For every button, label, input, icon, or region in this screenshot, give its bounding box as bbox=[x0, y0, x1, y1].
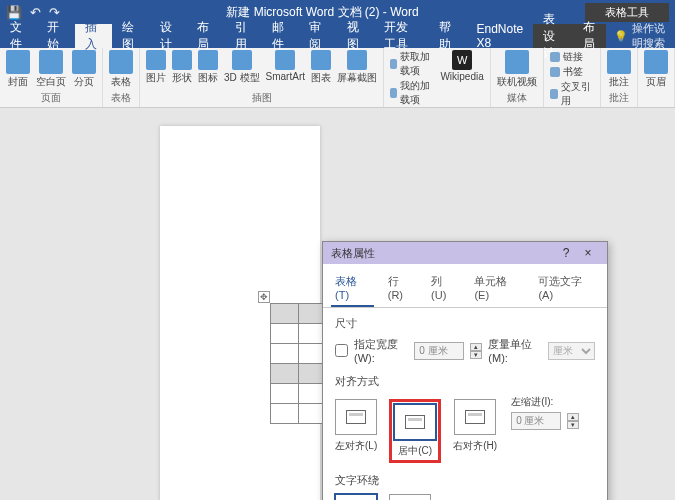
tab-help[interactable]: 帮助 bbox=[429, 24, 466, 48]
contextual-tab-group: 表格工具 bbox=[585, 3, 669, 22]
table-properties-dialog: 表格属性 ? × 表格(T) 行(R) 列(U) 单元格(E) 可选文字(A) … bbox=[322, 241, 608, 500]
pictures-button[interactable]: 图片 bbox=[146, 50, 166, 85]
bulb-icon: 💡 bbox=[614, 30, 628, 43]
redo-icon[interactable]: ↷ bbox=[49, 5, 60, 20]
unit-select: 厘米 bbox=[548, 342, 595, 360]
tab-file[interactable]: 文件 bbox=[0, 24, 37, 48]
highlight-annotation: 居中(C) bbox=[389, 399, 441, 463]
page-break-button[interactable]: 分页 bbox=[72, 50, 96, 89]
group-comments: 批注 批注 bbox=[601, 48, 638, 107]
width-spinner[interactable]: ▴▾ bbox=[470, 343, 482, 359]
wikipedia-button[interactable]: WWikipedia bbox=[440, 50, 483, 82]
align-left-option[interactable]: 左对齐(L) bbox=[335, 399, 377, 463]
table-icon bbox=[109, 50, 133, 74]
align-center-option[interactable]: 居中(C) bbox=[394, 404, 436, 458]
group-pages: 封面 空白页 分页 页面 bbox=[0, 48, 103, 107]
dlg-tab-column[interactable]: 列(U) bbox=[427, 270, 460, 307]
dialog-title-bar[interactable]: 表格属性 ? × bbox=[323, 242, 607, 264]
size-section: 尺寸 指定宽度(W): ▴▾ 度量单位(M): 厘米 bbox=[335, 316, 595, 364]
ribbon-tabs: 文件 开始 插入 绘图 设计 布局 引用 邮件 审阅 视图 开发工具 帮助 En… bbox=[0, 24, 675, 48]
group-header: 页眉 bbox=[638, 48, 675, 107]
group-addins: 获取加载项 我的加载项 WWikipedia 加载项 bbox=[384, 48, 491, 107]
comment-icon bbox=[607, 50, 631, 74]
text-wrap-section: 文字环绕 无(N) 环绕(A) 定位(P)... bbox=[335, 473, 595, 500]
dlg-tab-alt[interactable]: 可选文字(A) bbox=[534, 270, 599, 307]
indent-spinner[interactable]: ▴▾ bbox=[567, 413, 579, 429]
alignment-section: 对齐方式 左对齐(L) 居中(C) 右对齐(H) 左缩进(I): ▴▾ bbox=[335, 374, 595, 463]
tab-review[interactable]: 审阅 bbox=[299, 24, 336, 48]
my-addins-button[interactable]: 我的加载项 bbox=[390, 79, 434, 107]
tab-mailings[interactable]: 邮件 bbox=[262, 24, 299, 48]
wikipedia-icon: W bbox=[452, 50, 472, 70]
width-input bbox=[414, 342, 464, 360]
dialog-tabs: 表格(T) 行(R) 列(U) 单元格(E) 可选文字(A) bbox=[323, 264, 607, 308]
link-button[interactable]: 链接 bbox=[550, 50, 594, 64]
icons-button[interactable]: 图标 bbox=[198, 50, 218, 85]
blank-page-button[interactable]: 空白页 bbox=[36, 50, 66, 89]
tab-table-design[interactable]: 表设计 bbox=[533, 24, 573, 48]
tab-draw[interactable]: 绘图 bbox=[112, 24, 149, 48]
comment-button[interactable]: 批注 bbox=[607, 50, 631, 89]
document-table[interactable]: ✥ bbox=[270, 303, 327, 424]
smartart-button[interactable]: SmartArt bbox=[266, 50, 305, 82]
screenshot-icon bbox=[347, 50, 367, 70]
smartart-icon bbox=[275, 50, 295, 70]
tab-home[interactable]: 开始 bbox=[37, 24, 74, 48]
tab-references[interactable]: 引用 bbox=[225, 24, 262, 48]
tab-view[interactable]: 视图 bbox=[337, 24, 374, 48]
video-icon bbox=[505, 50, 529, 74]
dlg-tab-table[interactable]: 表格(T) bbox=[331, 270, 374, 307]
get-addins-button[interactable]: 获取加载项 bbox=[390, 50, 434, 78]
tab-insert[interactable]: 插入 bbox=[75, 24, 112, 48]
header-button[interactable]: 页眉 bbox=[644, 50, 668, 89]
blank-page-icon bbox=[39, 50, 63, 74]
tell-me-search[interactable]: 💡 操作说明搜索 bbox=[614, 21, 675, 51]
group-illustrations: 图片 形状 图标 3D 模型 SmartArt 图表 屏幕截图 插图 bbox=[140, 48, 384, 107]
3d-icon bbox=[232, 50, 252, 70]
tab-layout[interactable]: 布局 bbox=[187, 24, 224, 48]
document-area: ✥ 表格属性 ? × 表格(T) 行(R) 列(U) 单元格(E) 可选文字(A… bbox=[0, 108, 675, 500]
shapes-icon bbox=[172, 50, 192, 70]
dlg-tab-row[interactable]: 行(R) bbox=[384, 270, 417, 307]
chart-icon bbox=[311, 50, 331, 70]
save-icon[interactable]: 💾 bbox=[6, 5, 22, 20]
wrap-around-option[interactable]: 环绕(A) bbox=[389, 494, 431, 500]
shapes-button[interactable]: 形状 bbox=[172, 50, 192, 85]
cross-ref-button[interactable]: 交叉引用 bbox=[550, 80, 594, 108]
screenshot-button[interactable]: 屏幕截图 bbox=[337, 50, 377, 85]
icons-icon bbox=[198, 50, 218, 70]
tab-endnote[interactable]: EndNote X8 bbox=[466, 24, 533, 48]
align-right-option[interactable]: 右对齐(H) bbox=[453, 399, 497, 463]
online-video-button[interactable]: 联机视频 bbox=[497, 50, 537, 89]
tab-table-layout[interactable]: 布局 bbox=[573, 24, 606, 48]
window-title: 新建 Microsoft Word 文档 (2) - Word bbox=[60, 4, 585, 21]
tab-developer[interactable]: 开发工具 bbox=[374, 24, 429, 48]
3d-models-button[interactable]: 3D 模型 bbox=[224, 50, 260, 85]
chart-button[interactable]: 图表 bbox=[311, 50, 331, 85]
table-move-handle[interactable]: ✥ bbox=[258, 291, 270, 303]
bookmark-button[interactable]: 书签 bbox=[550, 65, 594, 79]
dlg-tab-cell[interactable]: 单元格(E) bbox=[470, 270, 524, 307]
ribbon: 封面 空白页 分页 页面 表格 表格 图片 形状 图标 3D 模型 SmartA… bbox=[0, 48, 675, 108]
group-tables: 表格 表格 bbox=[103, 48, 140, 107]
indent-input[interactable] bbox=[511, 412, 561, 430]
close-button[interactable]: × bbox=[577, 246, 599, 260]
group-media: 联机视频 媒体 bbox=[491, 48, 544, 107]
page-break-icon bbox=[72, 50, 96, 74]
preferred-width-checkbox[interactable] bbox=[335, 344, 348, 357]
quick-access-toolbar: 💾 ↶ ↷ bbox=[6, 5, 60, 20]
help-button[interactable]: ? bbox=[555, 246, 577, 260]
cover-page-icon bbox=[6, 50, 30, 74]
group-links: 链接 书签 交叉引用 链接 bbox=[544, 48, 601, 107]
cover-page-button[interactable]: 封面 bbox=[6, 50, 30, 89]
picture-icon bbox=[146, 50, 166, 70]
undo-icon[interactable]: ↶ bbox=[30, 5, 41, 20]
wrap-none-option[interactable]: 无(N) bbox=[335, 494, 377, 500]
header-icon bbox=[644, 50, 668, 74]
tab-design[interactable]: 设计 bbox=[150, 24, 187, 48]
table-button[interactable]: 表格 bbox=[109, 50, 133, 89]
dialog-title: 表格属性 bbox=[331, 246, 555, 261]
